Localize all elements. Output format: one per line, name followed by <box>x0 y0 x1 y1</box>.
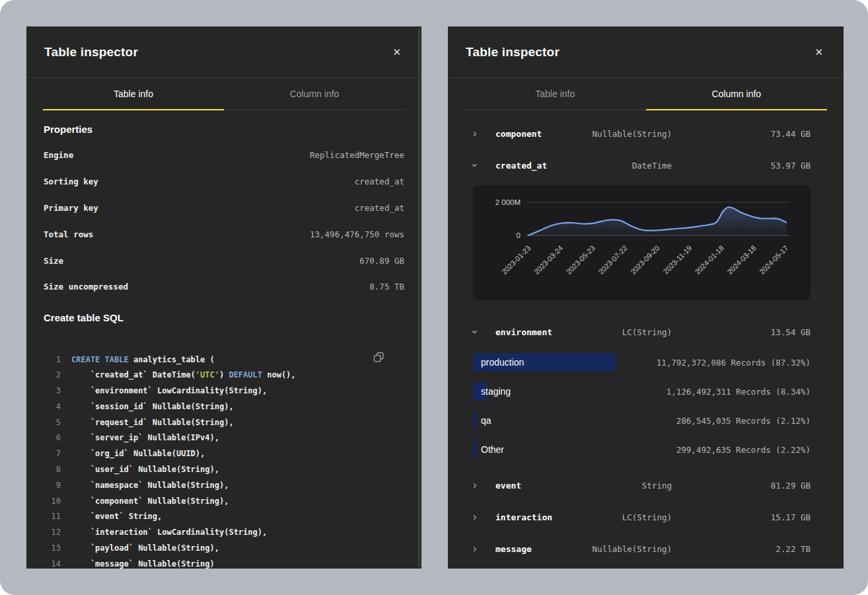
column-row[interactable]: › environment LC(String) 13.54 GB <box>448 316 844 348</box>
chevron-right-icon[interactable]: › <box>473 512 495 522</box>
area-chart-svg: 2 000M02023-01-232023-03-242023-05-23202… <box>473 185 811 300</box>
category-breakdown: production 11,792,372,086 Records (87.32… <box>448 348 844 464</box>
svg-text:2023-01-23: 2023-01-23 <box>500 244 532 276</box>
chevron-down-icon[interactable]: › <box>473 327 495 337</box>
column-name: interaction <box>495 512 552 522</box>
column-type: LC(String) <box>622 327 672 337</box>
line-number: 13 <box>44 543 61 553</box>
property-row: Sorting key created_at <box>44 169 404 195</box>
column-name: created_at <box>495 161 547 171</box>
scrollbar[interactable] <box>418 28 420 567</box>
column-row[interactable]: › message Nullable(String) 2.22 TB <box>448 533 844 565</box>
code-line: 2 `created_at` DateTime('UTC') DEFAULT n… <box>44 368 404 383</box>
property-label: Primary key <box>44 203 98 213</box>
modal-header: Table inspector ✕ <box>26 26 421 78</box>
line-number: 4 <box>44 402 61 411</box>
property-label: Size uncompressed <box>44 282 128 292</box>
column-row[interactable]: › created_at DateTime 53.97 GB <box>448 149 844 181</box>
line-number: 12 <box>44 528 61 537</box>
property-row: Size uncompressed 8.75 TB <box>44 274 404 300</box>
close-icon[interactable]: ✕ <box>812 44 826 60</box>
property-value: 8.75 TB <box>369 282 404 292</box>
column-row[interactable]: › event String 81.29 GB <box>448 469 844 501</box>
copy-icon[interactable] <box>372 350 386 366</box>
code-line: 3 `environment` LowCardinality(String), <box>44 383 404 399</box>
tab-bar: Table info Column info <box>43 78 405 110</box>
properties-heading: Properties <box>44 121 404 138</box>
svg-text:0: 0 <box>517 231 521 239</box>
column-row[interactable]: › component Nullable(String) 73.44 GB <box>448 118 844 149</box>
code-line: 11 `event` String, <box>44 508 404 524</box>
code-line: 9 `namespace` Nullable(String), <box>44 477 404 493</box>
category-label: Other <box>473 444 504 455</box>
tab-column-info[interactable]: Column info <box>224 78 405 110</box>
property-value: created_at <box>355 177 404 186</box>
code-line: 7 `org_id` Nullable(UUID), <box>44 446 404 461</box>
svg-text:2024-05-17: 2024-05-17 <box>758 244 789 276</box>
column-type: DateTime <box>632 161 672 171</box>
column-size: 53.97 GB <box>672 161 811 171</box>
line-number: 10 <box>44 496 61 506</box>
column-size: 13.54 GB <box>672 327 811 337</box>
code-text: `component` Nullable(String), <box>71 496 229 506</box>
tab-column-info[interactable]: Column info <box>646 78 828 110</box>
chevron-right-icon[interactable]: › <box>473 543 495 554</box>
category-label: qa <box>473 415 491 426</box>
property-row: Primary key created_at <box>44 195 404 221</box>
svg-text:2 000M: 2 000M <box>495 198 521 206</box>
line-number: 8 <box>44 465 61 474</box>
code-text: `server_ip` Nullable(IPv4), <box>71 433 219 442</box>
line-number: 11 <box>44 512 61 521</box>
code-text: `interaction` LowCardinality(String), <box>71 528 267 537</box>
category-label: production <box>473 357 524 368</box>
line-number: 3 <box>44 386 61 395</box>
column-info-content: › component Nullable(String) 73.44 GB › … <box>448 110 844 565</box>
table-inspector-modal-right: Table inspector ✕ Table info Column info… <box>448 26 844 569</box>
property-label: Engine <box>44 150 73 160</box>
column-type: Nullable(String) <box>593 544 672 554</box>
column-row[interactable]: › interaction LC(String) 15.17 GB <box>448 501 844 533</box>
property-row: Size 670.89 GB <box>44 247 404 274</box>
code-line: 1CREATE TABLE analytics_table ( <box>44 352 404 368</box>
code-line: 5 `request_id` Nullable(String), <box>44 415 404 430</box>
close-icon[interactable]: ✕ <box>390 44 404 60</box>
column-size: 81.29 GB <box>672 481 811 491</box>
modal-header: Table inspector ✕ <box>448 26 844 78</box>
desktop-background: Table inspector ✕ Table info Column info… <box>0 0 868 595</box>
column-type: LC(String) <box>622 512 672 522</box>
code-text: `session_id` Nullable(String), <box>71 402 234 411</box>
category-row: Other 299,492,635 Records (2.22%) <box>448 435 844 464</box>
code-text: `user_id` Nullable(String), <box>71 465 219 474</box>
column-name: component <box>495 129 542 139</box>
svg-text:2024-03-18: 2024-03-18 <box>725 244 757 276</box>
modal-title: Table inspector <box>44 45 138 60</box>
svg-text:2023-05-23: 2023-05-23 <box>565 244 597 276</box>
code-text: `created_at` DateTime('UTC') DEFAULT now… <box>71 370 296 379</box>
code-line: 8 `user_id` Nullable(String), <box>44 461 404 477</box>
category-records: 11,792,372,086 Records (87.32%) <box>657 358 811 368</box>
chevron-right-icon[interactable]: › <box>473 128 495 139</box>
tab-table-info[interactable]: Table info <box>43 78 224 110</box>
property-value: 670.89 GB <box>359 256 404 266</box>
chevron-right-icon[interactable]: › <box>473 480 495 491</box>
y-axis-labels: 2 000M0 <box>495 198 521 239</box>
created-at-distribution-chart: 2 000M02023-01-232023-03-242023-05-23202… <box>473 185 811 300</box>
svg-text:2023-07-22: 2023-07-22 <box>597 244 628 276</box>
category-row: qa 286,545,035 Records (2.12%) <box>448 406 844 435</box>
property-label: Sorting key <box>44 177 98 186</box>
code-line: 6 `server_ip` Nullable(IPv4), <box>44 430 404 446</box>
column-size: 73.44 GB <box>672 129 811 139</box>
property-value: 13,496,476,750 rows <box>310 229 404 239</box>
create-sql-heading: Create table SQL <box>44 309 404 327</box>
line-number: 6 <box>44 433 61 442</box>
column-size: 15.17 GB <box>672 512 811 522</box>
line-number: 14 <box>44 559 61 569</box>
table-info-content: Properties Engine ReplicatedMergeTree So… <box>26 121 421 569</box>
modal-title: Table inspector <box>466 45 560 60</box>
svg-text:2023-09-20: 2023-09-20 <box>629 244 661 276</box>
code-text: `request_id` Nullable(String), <box>71 418 234 427</box>
tab-table-info[interactable]: Table info <box>464 78 646 110</box>
chevron-down-icon[interactable]: › <box>473 160 495 171</box>
code-text: `org_id` Nullable(UUID), <box>71 449 205 458</box>
line-number: 7 <box>44 449 61 458</box>
